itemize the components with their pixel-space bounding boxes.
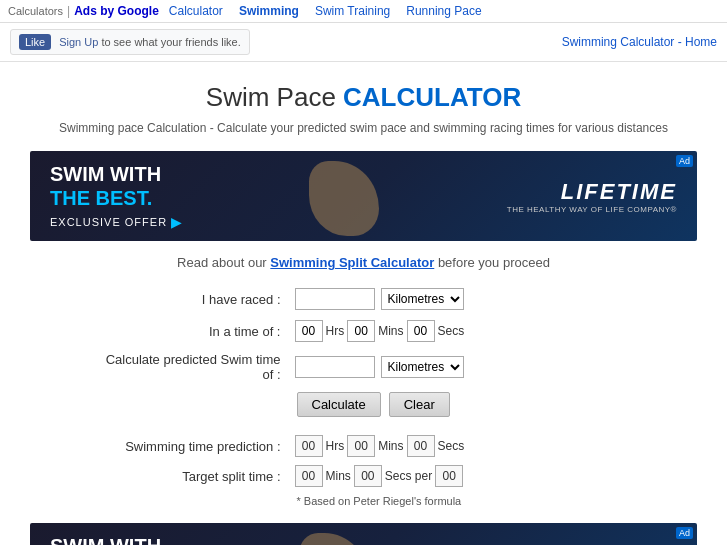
title-part2: CALCULATOR [343, 82, 521, 112]
pred-hrs-label: Hrs [326, 439, 345, 453]
ad-badge: Ad [676, 155, 693, 167]
prediction-row: Swimming time prediction : 00 Hrs 00 Min… [104, 435, 624, 457]
brand-sub: THE HEALTHY WAY OF LIFE COMPANY® [507, 205, 677, 214]
main-content: Swim Pace CALCULATOR Swimming pace Calcu… [0, 62, 727, 545]
time-label: In a time of : [104, 324, 289, 339]
split-secs-box: 00 [354, 465, 382, 487]
nav-link-swim-training[interactable]: Swim Training [309, 4, 396, 18]
ad-bottom-headline: SWIM WITH THE BEST. [50, 534, 161, 545]
ad-bottom-left: SWIM WITH THE BEST. LEARN MORE ▶ [50, 534, 161, 545]
ad-headline: SWIM WITH THE BEST. [50, 162, 182, 210]
ad-swimmer [304, 156, 384, 236]
time-inputs: Hrs Mins Secs [295, 320, 465, 342]
ad-brand: LIFETIME THE HEALTHY WAY OF LIFE COMPANY… [507, 179, 677, 214]
split-prefix: Read about our [177, 255, 270, 270]
secs-label: Secs [438, 324, 465, 338]
split-per-box: 00 [435, 465, 463, 487]
split-suffix: before you proceed [434, 255, 550, 270]
predict-unit-select[interactable]: Kilometres Miles Yards Metres [381, 356, 464, 378]
pred-secs-box: 00 [407, 435, 435, 457]
formula-note: * Based on Peter Riegel's formula [104, 495, 624, 507]
ad-banner-top[interactable]: SWIM WITH THE BEST. EXCLUSIVE OFFER ▶ LI… [30, 151, 697, 241]
brand-logo: LIFETIME [507, 179, 677, 205]
pred-mins-box: 00 [347, 435, 375, 457]
title-part1: Swim Pace [206, 82, 343, 112]
split-link-text: Read about our Swimming Split Calculator… [30, 255, 697, 270]
ad-banner-bottom[interactable]: SWIM WITH THE BEST. LEARN MORE ▶ LIFETIM… [30, 523, 697, 545]
page-title: Swim Pace CALCULATOR [30, 82, 697, 113]
subtitle: Swimming pace Calculation - Calculate yo… [30, 121, 697, 135]
prediction-time: 00 Hrs 00 Mins 00 Secs [295, 435, 465, 457]
social-bar: Like Sign Up to see what your friends li… [0, 23, 727, 62]
bottom-swimmer-shape [299, 533, 369, 545]
nav-link-calculator[interactable]: Calculator [163, 4, 229, 18]
swimmer-shape [309, 161, 379, 236]
ad-arrow-icon: ▶ [171, 214, 182, 230]
pred-hours-box: 00 [295, 435, 323, 457]
clear-button[interactable]: Clear [389, 392, 450, 417]
fb-like-button[interactable]: Like [19, 34, 51, 50]
raced-unit-select[interactable]: Kilometres Miles Yards Metres [381, 288, 464, 310]
fb-text: to see what your friends like. [101, 36, 240, 48]
top-nav: Calculators | Ads by Google Calculator S… [0, 0, 727, 23]
calculate-button[interactable]: Calculate [297, 392, 381, 417]
raced-input[interactable] [295, 288, 375, 310]
time-secs-input[interactable] [407, 320, 435, 342]
nav-link-swimming[interactable]: Swimming [233, 4, 305, 18]
calculators-label: Calculators [8, 5, 63, 17]
ad-line1: SWIM WITH [50, 163, 161, 185]
ad-offer-text: EXCLUSIVE OFFER [50, 216, 167, 228]
ad-bottom-badge: Ad [676, 527, 693, 539]
home-link[interactable]: Swimming Calculator - Home [562, 35, 717, 49]
ads-by-google: Ads by Google [74, 4, 159, 18]
fb-like-text: Sign Up to see what your friends like. [59, 36, 241, 48]
fb-like-box: Like Sign Up to see what your friends li… [10, 29, 250, 55]
nav-separator: | [67, 4, 70, 18]
time-hours-input[interactable] [295, 320, 323, 342]
predict-input[interactable] [295, 356, 375, 378]
split-time-inputs: 00 Mins 00 Secs per 00 [295, 465, 464, 487]
split-secs-per-label: Secs per [385, 469, 432, 483]
ad-line2: THE BEST. [50, 187, 152, 209]
raced-label: I have raced : [104, 292, 289, 307]
pred-secs-label: Secs [438, 439, 465, 453]
prediction-label: Swimming time prediction : [104, 439, 289, 454]
ad-top-left: SWIM WITH THE BEST. EXCLUSIVE OFFER ▶ [50, 162, 182, 230]
hrs-label: Hrs [326, 324, 345, 338]
split-time-label: Target split time : [104, 469, 289, 484]
ad-bottom-line1: SWIM WITH [50, 535, 161, 545]
mins-label: Mins [378, 324, 403, 338]
form-area: I have raced : Kilometres Miles Yards Me… [104, 288, 624, 507]
split-mins-box: 00 [295, 465, 323, 487]
ad-offer: EXCLUSIVE OFFER ▶ [50, 214, 182, 230]
button-row: Calculate Clear [104, 392, 624, 417]
time-row: In a time of : Hrs Mins Secs [104, 320, 624, 342]
predict-row: Calculate predicted Swim time of : Kilom… [104, 352, 624, 382]
split-time-row: Target split time : 00 Mins 00 Secs per … [104, 465, 624, 487]
nav-link-running-pace[interactable]: Running Pace [400, 4, 487, 18]
time-mins-input[interactable] [347, 320, 375, 342]
ad-bottom-swimmer [294, 528, 374, 545]
split-mins-label: Mins [326, 469, 351, 483]
split-calc-link[interactable]: Swimming Split Calculator [270, 255, 434, 270]
fb-signup-link[interactable]: Sign Up [59, 36, 98, 48]
pred-mins-label: Mins [378, 439, 403, 453]
raced-row: I have raced : Kilometres Miles Yards Me… [104, 288, 624, 310]
predict-label: Calculate predicted Swim time of : [104, 352, 289, 382]
